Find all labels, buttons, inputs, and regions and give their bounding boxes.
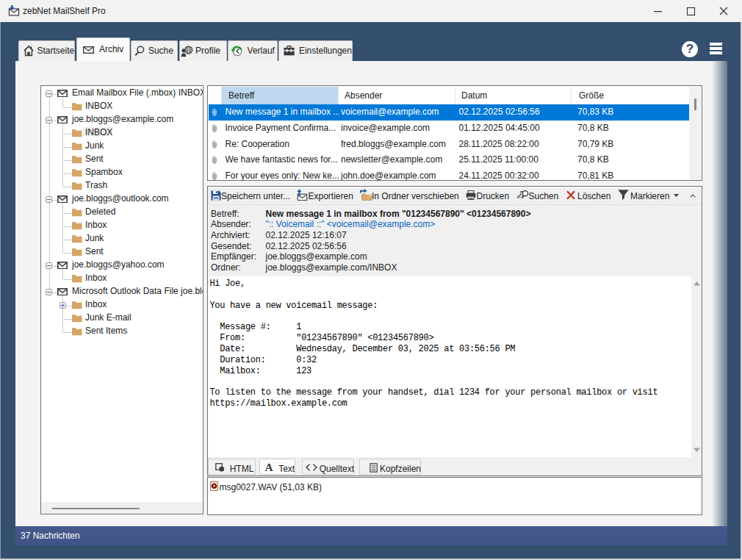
svg-text:A: A xyxy=(264,462,273,473)
